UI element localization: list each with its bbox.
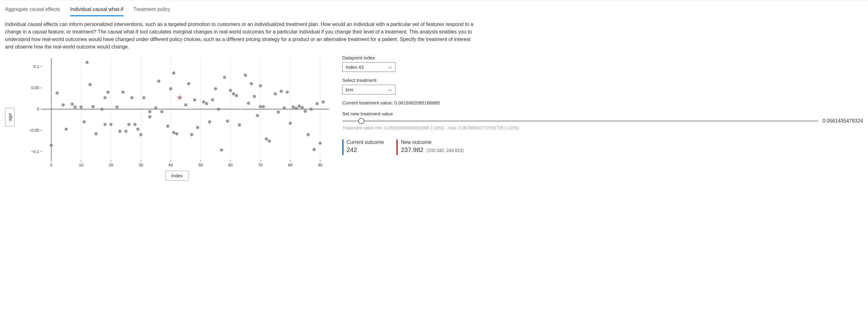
y-axis-label-box[interactable]: age xyxy=(5,108,15,127)
svg-point-82 xyxy=(190,133,193,136)
svg-point-58 xyxy=(109,123,113,126)
svg-text:50: 50 xyxy=(198,163,203,167)
svg-point-93 xyxy=(226,119,229,122)
new-outcome-label: New outcome xyxy=(401,140,464,145)
svg-point-70 xyxy=(148,110,151,113)
select-treatment-dropdown[interactable]: bmi xyxy=(342,85,396,95)
svg-text:10: 10 xyxy=(79,163,83,167)
svg-text:−0.05: −0.05 xyxy=(29,128,39,133)
svg-point-84 xyxy=(196,126,199,129)
new-outcome-ci: (232.342, 243.623) xyxy=(427,148,463,153)
svg-text:40: 40 xyxy=(168,163,173,167)
svg-point-42 xyxy=(50,144,53,147)
svg-point-98 xyxy=(244,73,247,77)
svg-point-46 xyxy=(70,103,73,106)
svg-point-81 xyxy=(187,82,190,85)
svg-text:0.1: 0.1 xyxy=(33,64,39,69)
svg-point-62 xyxy=(124,130,127,133)
svg-point-94 xyxy=(229,89,232,92)
x-axis-label: Index xyxy=(171,173,183,178)
svg-point-51 xyxy=(88,83,91,86)
svg-point-110 xyxy=(280,90,283,93)
svg-point-122 xyxy=(316,102,319,105)
tab-individual[interactable]: Individual causal what-if xyxy=(70,4,123,16)
select-treatment-label: Select treatment xyxy=(342,78,863,83)
svg-point-92 xyxy=(223,76,226,79)
svg-point-115 xyxy=(294,107,298,110)
svg-point-67 xyxy=(140,133,143,136)
tab-aggregate[interactable]: Aggregate causal effects xyxy=(5,4,60,16)
svg-point-48 xyxy=(80,105,83,109)
current-outcome-value: 242 xyxy=(347,146,384,153)
svg-point-53 xyxy=(95,132,98,135)
svg-point-106 xyxy=(265,137,268,140)
tab-policy[interactable]: Treatment policy xyxy=(133,4,170,16)
svg-text:20: 20 xyxy=(108,163,113,167)
svg-point-59 xyxy=(115,105,118,109)
svg-text:−0.1: −0.1 xyxy=(31,149,39,154)
svg-point-102 xyxy=(256,114,259,117)
svg-point-104 xyxy=(259,105,262,108)
svg-text:70: 70 xyxy=(258,163,262,167)
tabs: Aggregate causal effects Individual caus… xyxy=(0,2,868,16)
svg-point-101 xyxy=(253,95,256,98)
datapoint-index-label: Datapoint index xyxy=(342,55,863,60)
svg-point-65 xyxy=(133,123,136,126)
description-text: Individual causal effects can inform per… xyxy=(0,16,482,54)
scatter-plot[interactable]: −0.1−0.0500.050.10102030405060708090 xyxy=(20,54,334,170)
svg-point-118 xyxy=(303,110,307,113)
svg-point-45 xyxy=(64,128,68,131)
current-outcome-bar xyxy=(342,140,343,155)
svg-point-87 xyxy=(208,120,211,123)
svg-point-52 xyxy=(91,105,95,108)
chevron-down-icon xyxy=(388,88,392,92)
svg-point-121 xyxy=(312,148,316,151)
svg-text:0.05: 0.05 xyxy=(31,85,39,90)
svg-point-68 xyxy=(142,96,145,99)
svg-point-120 xyxy=(310,108,313,111)
svg-point-103 xyxy=(259,84,262,87)
current-outcome-block: Current outcome 242 xyxy=(342,140,384,155)
datapoint-index-value: Index 43 xyxy=(346,64,364,70)
new-outcome-value: 237.982 xyxy=(401,146,423,153)
svg-point-55 xyxy=(103,96,106,99)
svg-point-111 xyxy=(283,106,286,109)
svg-point-44 xyxy=(62,103,65,106)
svg-point-113 xyxy=(289,122,292,125)
datapoint-index-dropdown[interactable]: Index 43 xyxy=(342,62,396,72)
svg-point-69 xyxy=(148,115,151,118)
svg-text:0: 0 xyxy=(37,107,39,111)
svg-point-54 xyxy=(100,108,104,111)
svg-point-90 xyxy=(217,108,220,111)
svg-point-74 xyxy=(166,124,169,128)
svg-point-60 xyxy=(118,130,122,133)
current-treatment-line: Current treatment value: 0.0616962065186… xyxy=(342,100,863,105)
slider-thumb[interactable] xyxy=(358,118,365,124)
svg-point-43 xyxy=(56,91,59,95)
svg-point-78 xyxy=(175,132,178,135)
svg-text:90: 90 xyxy=(318,163,322,167)
svg-point-107 xyxy=(268,140,271,143)
svg-point-61 xyxy=(121,91,124,94)
new-outcome-block: New outcome 237.982 (232.342, 243.623) xyxy=(396,140,464,155)
svg-text:0: 0 xyxy=(50,163,52,167)
select-treatment-value: bmi xyxy=(346,87,353,92)
svg-point-49 xyxy=(82,120,86,123)
svg-point-99 xyxy=(247,102,250,105)
svg-point-114 xyxy=(291,105,294,109)
svg-point-89 xyxy=(214,87,217,91)
svg-point-72 xyxy=(157,79,160,82)
svg-point-124 xyxy=(321,100,325,104)
y-axis-label: age xyxy=(7,113,12,121)
chart-area: age −0.1−0.0500.050.10102030405060708090… xyxy=(5,54,334,180)
svg-point-116 xyxy=(298,104,301,108)
svg-point-63 xyxy=(127,123,131,126)
svg-point-117 xyxy=(301,106,304,109)
svg-point-105 xyxy=(262,105,265,108)
svg-point-73 xyxy=(160,110,163,113)
x-axis-label-box[interactable]: Index xyxy=(165,171,189,180)
slider-hint: Treatment value min: 0.05552658586681965… xyxy=(342,125,863,131)
svg-point-75 xyxy=(169,87,172,91)
new-outcome-bar xyxy=(396,140,398,155)
treatment-slider[interactable] xyxy=(342,120,818,122)
